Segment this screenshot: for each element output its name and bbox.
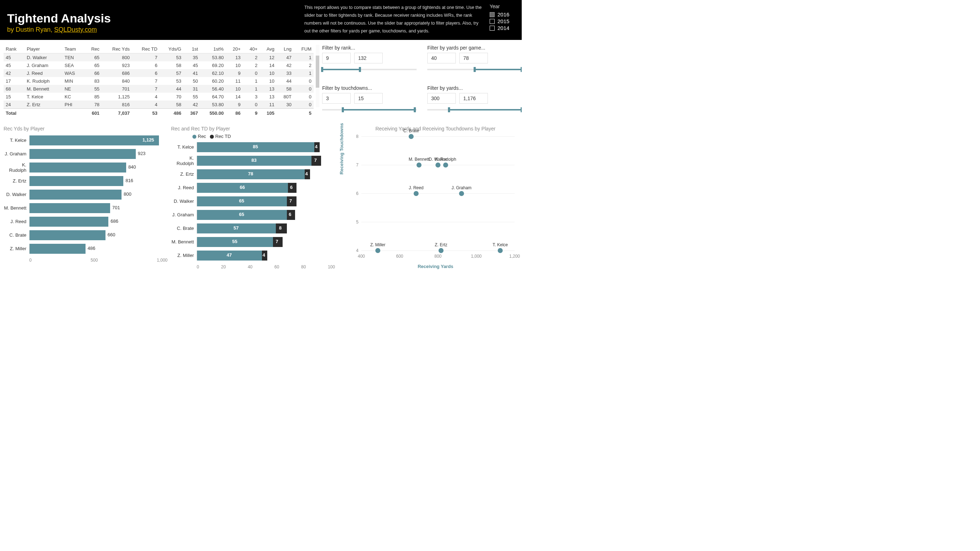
column-header[interactable]: Rank <box>3 45 25 53</box>
slider-handle[interactable] <box>521 67 522 72</box>
column-header[interactable]: Rec <box>84 45 102 53</box>
svg-text:4: 4 <box>356 248 358 253</box>
slider-handle[interactable] <box>474 67 476 72</box>
column-header[interactable]: Lng <box>277 45 294 53</box>
table-row[interactable]: 45D. WalkerTEN658007533553.8013212471 <box>3 53 313 62</box>
chart-scatter[interactable]: Receiving Yards and Receiving Touchdowns… <box>347 126 522 269</box>
svg-text:5: 5 <box>356 220 358 225</box>
stats-table[interactable]: RankPlayerTeamRecRec YdsRec TDYds/G1st1s… <box>3 45 317 117</box>
table-row[interactable]: 15T. KelceKC851,1254705564.701431380T0 <box>3 93 313 100</box>
scatter-point[interactable] <box>439 248 444 253</box>
year-slicer[interactable]: Year 201620152014 <box>490 3 515 32</box>
bar-row[interactable]: K. Rudolph 83 7 <box>171 154 335 167</box>
slider-handle[interactable] <box>342 107 344 112</box>
svg-text:C. Brate: C. Brate <box>403 128 419 133</box>
scrollbar-thumb[interactable] <box>316 56 319 88</box>
chart-rec-td[interactable]: Rec and Rec TD by Player Rec Rec TD T. K… <box>171 126 335 269</box>
bar-row[interactable]: J. Graham 65 6 <box>171 208 335 222</box>
bar-row[interactable]: M. Bennett 701 <box>3 201 167 215</box>
svg-text:1,200: 1,200 <box>509 254 520 259</box>
scatter-point[interactable] <box>436 162 441 167</box>
column-header[interactable]: FUM <box>294 45 313 53</box>
scatter-point[interactable] <box>498 248 503 253</box>
bar[interactable] <box>30 203 110 213</box>
year-option[interactable]: 2015 <box>490 18 515 24</box>
filter-rank-slider[interactable] <box>322 67 417 72</box>
filter-td-hi[interactable]: 15 <box>354 93 383 104</box>
column-header[interactable]: Yds/G <box>160 45 183 53</box>
svg-text:400: 400 <box>358 254 365 259</box>
column-header[interactable]: 1st% <box>200 45 226 53</box>
bar-row[interactable]: Z. Ertz 816 <box>3 174 167 188</box>
bar[interactable] <box>30 217 108 227</box>
byline-link[interactable]: SQLDusty.com <box>54 26 97 33</box>
table-row[interactable]: 68M. BennettNE557017443156.4010113580 <box>3 85 313 93</box>
bar-row[interactable]: C. Brate 660 <box>3 228 167 242</box>
bar-row[interactable]: Z. Miller 47 4 <box>171 249 335 262</box>
report-description: This report allows you to compare stats … <box>304 3 482 35</box>
bar[interactable] <box>30 162 126 172</box>
svg-text:M. Bennett: M. Bennett <box>409 157 430 162</box>
bar-row[interactable]: T. Kelce 85 4 <box>171 140 335 154</box>
filter-yards-slider[interactable] <box>427 107 522 112</box>
column-header[interactable]: 1st <box>183 45 200 53</box>
column-header[interactable]: 20+ <box>226 45 243 53</box>
bar[interactable] <box>30 230 105 240</box>
checkbox-icon <box>490 25 495 31</box>
table-row[interactable]: 17K. RudolphMIN838407535060.2011110440 <box>3 77 313 85</box>
column-header[interactable]: Rec Yds <box>102 45 132 53</box>
legend-dot-rec <box>192 135 196 139</box>
scatter-point[interactable] <box>443 162 448 167</box>
bar-row[interactable]: J. Graham 923 <box>3 147 167 161</box>
bar-row[interactable]: J. Reed 686 <box>3 215 167 228</box>
column-header[interactable]: 40+ <box>243 45 259 53</box>
svg-text:800: 800 <box>434 254 442 259</box>
scatter-point[interactable] <box>414 191 419 196</box>
scatter-point[interactable] <box>459 191 464 196</box>
slider-handle[interactable] <box>359 67 361 72</box>
bar-row[interactable]: M. Bennett 55 7 <box>171 235 335 249</box>
filter-ypg-slider[interactable] <box>427 67 522 72</box>
table-row[interactable]: 42J. ReedWAS666866574162.109010331 <box>3 69 313 77</box>
filter-td-lo[interactable]: 3 <box>322 93 351 104</box>
svg-text:D. Walker: D. Walker <box>429 157 447 162</box>
slider-handle[interactable] <box>321 67 323 72</box>
bar-row[interactable]: D. Walker 800 <box>3 188 167 201</box>
svg-text:600: 600 <box>396 254 403 259</box>
bar[interactable] <box>30 176 123 186</box>
bar[interactable] <box>30 244 86 254</box>
scatter-point[interactable] <box>409 134 414 139</box>
bar-row[interactable]: T. Kelce 1,125 <box>3 134 167 147</box>
filter-rank-lo[interactable]: 9 <box>322 53 351 64</box>
scatter-point[interactable] <box>375 248 380 253</box>
chart-rec-yds[interactable]: Rec Yds by Player T. Kelce 1,125 J. Grah… <box>3 126 167 269</box>
filter-rank-hi[interactable]: 132 <box>354 53 383 64</box>
bar-row[interactable]: Z. Ertz 78 4 <box>171 167 335 181</box>
bar[interactable] <box>30 190 121 200</box>
column-header[interactable]: Team <box>62 45 84 53</box>
svg-text:8: 8 <box>356 134 358 139</box>
bar-row[interactable]: D. Walker 65 7 <box>171 194 335 208</box>
bar[interactable] <box>30 135 159 145</box>
filter-ypg-lo[interactable]: 40 <box>427 53 456 64</box>
slider-handle[interactable] <box>448 107 450 112</box>
filter-yards-lo[interactable]: 300 <box>427 93 456 104</box>
bar-row[interactable]: Z. Miller 486 <box>3 242 167 256</box>
scatter-point[interactable] <box>417 162 422 167</box>
year-option[interactable]: 2014 <box>490 25 515 31</box>
filter-yards-hi[interactable]: 1,176 <box>459 93 488 104</box>
column-header[interactable]: Avg <box>259 45 277 53</box>
filter-td-slider[interactable] <box>322 107 417 112</box>
bar[interactable] <box>30 149 136 159</box>
column-header[interactable]: Player <box>25 45 62 53</box>
bar-row[interactable]: K. Rudolph 840 <box>3 161 167 174</box>
slider-handle[interactable] <box>521 107 522 112</box>
filter-ypg-hi[interactable]: 78 <box>459 53 488 64</box>
bar-row[interactable]: C. Brate 57 8 <box>171 222 335 235</box>
slider-handle[interactable] <box>414 107 416 112</box>
year-option[interactable]: 2016 <box>490 11 515 18</box>
column-header[interactable]: Rec TD <box>132 45 160 53</box>
table-row[interactable]: 45J. GrahamSEA659236584569.2010214422 <box>3 61 313 69</box>
bar-row[interactable]: J. Reed 66 6 <box>171 181 335 194</box>
table-row[interactable]: 24Z. ErtzPHI788164584253.809011300 <box>3 100 313 109</box>
